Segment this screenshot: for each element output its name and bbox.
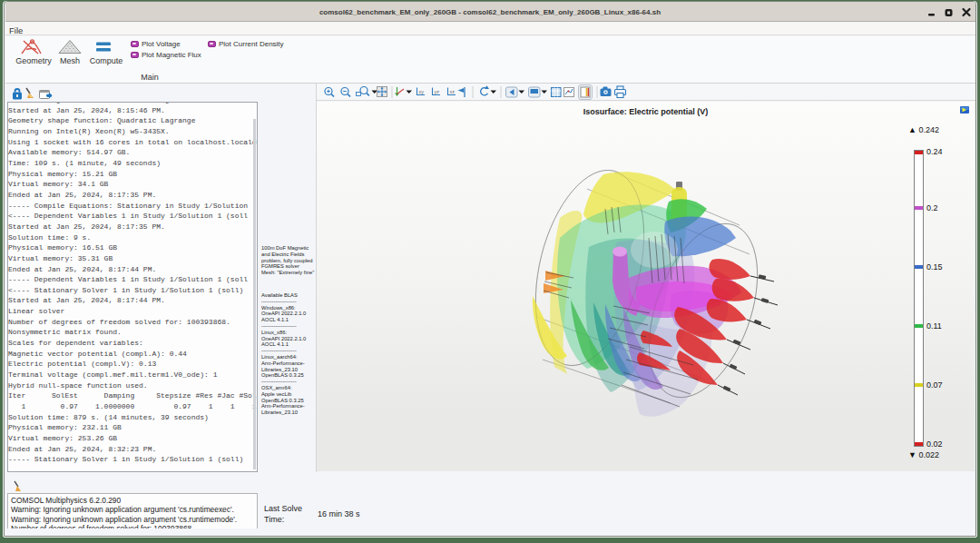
svg-text:xz: xz — [450, 89, 456, 94]
svg-text:yz: yz — [435, 89, 440, 94]
svg-text:xy: xy — [419, 89, 425, 94]
